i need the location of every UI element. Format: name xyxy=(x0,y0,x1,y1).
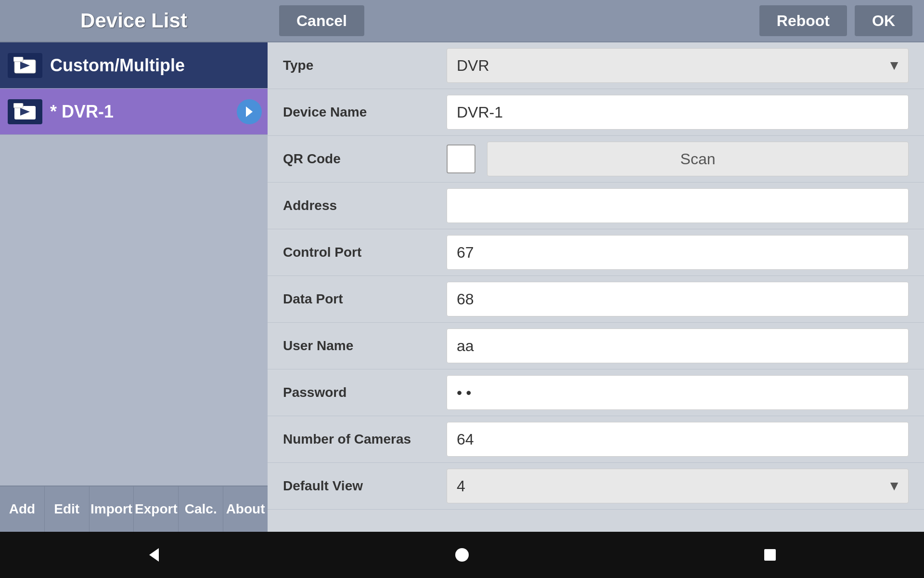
qr-code-control: Scan xyxy=(447,142,909,176)
default-view-control: 1 4 9 16 ▼ xyxy=(447,469,909,503)
password-dots: •• xyxy=(447,384,485,402)
device-item-custom[interactable]: Custom/Multiple xyxy=(0,42,268,89)
arrow-right-icon xyxy=(242,105,257,119)
svg-marker-7 xyxy=(246,106,253,117)
svg-rect-3 xyxy=(13,57,23,62)
device-arrow-dvr1[interactable] xyxy=(237,99,262,124)
calc-button[interactable]: Calc. xyxy=(179,486,223,532)
cancel-button[interactable]: Cancel xyxy=(279,5,364,36)
device-name-label: Device Name xyxy=(283,105,447,120)
svg-rect-10 xyxy=(764,549,776,561)
control-port-label: Control Port xyxy=(283,245,447,260)
password-row: Password •• xyxy=(268,369,924,416)
camera-icon xyxy=(13,57,37,74)
user-name-label: User Name xyxy=(283,338,447,354)
type-control: DVR NVR IP Camera ▼ xyxy=(447,48,909,83)
right-panel: Cancel Reboot OK Type DVR NVR IP Camera … xyxy=(268,0,924,532)
home-icon xyxy=(452,545,472,565)
form-area: Type DVR NVR IP Camera ▼ Device Name xyxy=(268,42,924,532)
type-label: Type xyxy=(283,58,447,73)
password-field[interactable]: •• xyxy=(447,375,909,410)
user-name-control xyxy=(447,328,909,363)
left-header: Device List xyxy=(0,0,268,42)
device-item-dvr1[interactable]: * DVR-1 xyxy=(0,89,268,135)
qr-checkbox[interactable] xyxy=(447,144,475,173)
device-name-input[interactable] xyxy=(447,95,909,130)
recent-apps-icon xyxy=(760,545,780,565)
device-list: Custom/Multiple * DVR-1 xyxy=(0,42,268,486)
device-name-dvr1: * DVR-1 xyxy=(50,102,114,122)
back-icon xyxy=(144,545,164,565)
type-select-wrapper: DVR NVR IP Camera ▼ xyxy=(447,48,909,83)
home-button[interactable] xyxy=(443,540,481,569)
user-name-row: User Name xyxy=(268,323,924,369)
qr-code-label: QR Code xyxy=(283,151,447,167)
default-view-select[interactable]: 1 4 9 16 xyxy=(447,469,909,503)
page-title: Device List xyxy=(80,9,187,32)
device-icon-dvr1 xyxy=(8,99,42,124)
bottom-toolbar: Add Edit Import Export Calc. About xyxy=(0,486,268,532)
about-button[interactable]: About xyxy=(223,486,268,532)
control-port-control xyxy=(447,235,909,270)
device-name-control xyxy=(447,95,909,130)
reboot-button[interactable]: Reboot xyxy=(759,5,847,36)
control-port-row: Control Port xyxy=(268,229,924,276)
user-name-input[interactable] xyxy=(447,328,909,363)
data-port-row: Data Port xyxy=(268,276,924,323)
data-port-input[interactable] xyxy=(447,282,909,316)
default-view-label: Default View xyxy=(283,478,447,494)
address-control xyxy=(447,188,909,223)
data-port-control xyxy=(447,282,909,316)
device-name-row: Device Name xyxy=(268,89,924,136)
type-row: Type DVR NVR IP Camera ▼ xyxy=(268,42,924,89)
edit-button[interactable]: Edit xyxy=(45,486,90,532)
address-input[interactable] xyxy=(447,188,909,223)
right-header: Cancel Reboot OK xyxy=(268,0,924,42)
type-select[interactable]: DVR NVR IP Camera xyxy=(447,48,909,83)
export-button[interactable]: Export xyxy=(134,486,179,532)
num-cameras-control xyxy=(447,422,909,457)
add-button[interactable]: Add xyxy=(0,486,45,532)
qr-row-control: Scan xyxy=(447,142,909,176)
address-label: Address xyxy=(283,198,447,213)
default-view-select-wrapper: 1 4 9 16 ▼ xyxy=(447,469,909,503)
device-name-custom: Custom/Multiple xyxy=(50,55,185,76)
num-cameras-input[interactable] xyxy=(447,422,909,457)
password-control: •• xyxy=(447,375,909,410)
num-cameras-row: Number of Cameras xyxy=(268,416,924,463)
scan-button[interactable]: Scan xyxy=(487,142,909,176)
ok-button[interactable]: OK xyxy=(855,5,912,36)
svg-rect-6 xyxy=(13,103,23,108)
svg-point-9 xyxy=(455,548,469,562)
recent-apps-button[interactable] xyxy=(751,540,789,569)
import-button[interactable]: Import xyxy=(90,486,134,532)
device-icon-custom xyxy=(8,53,42,78)
nav-bar xyxy=(0,532,924,578)
qr-code-row: QR Code Scan xyxy=(268,136,924,183)
address-row: Address xyxy=(268,183,924,229)
camera-icon-dvr xyxy=(13,103,37,120)
password-label: Password xyxy=(283,385,447,400)
data-port-label: Data Port xyxy=(283,291,447,307)
default-view-row: Default View 1 4 9 16 ▼ xyxy=(268,463,924,510)
back-button[interactable] xyxy=(135,540,173,569)
left-panel: Device List Custom/Multiple xyxy=(0,0,268,532)
svg-marker-8 xyxy=(149,548,159,562)
num-cameras-label: Number of Cameras xyxy=(283,432,447,447)
control-port-input[interactable] xyxy=(447,235,909,270)
